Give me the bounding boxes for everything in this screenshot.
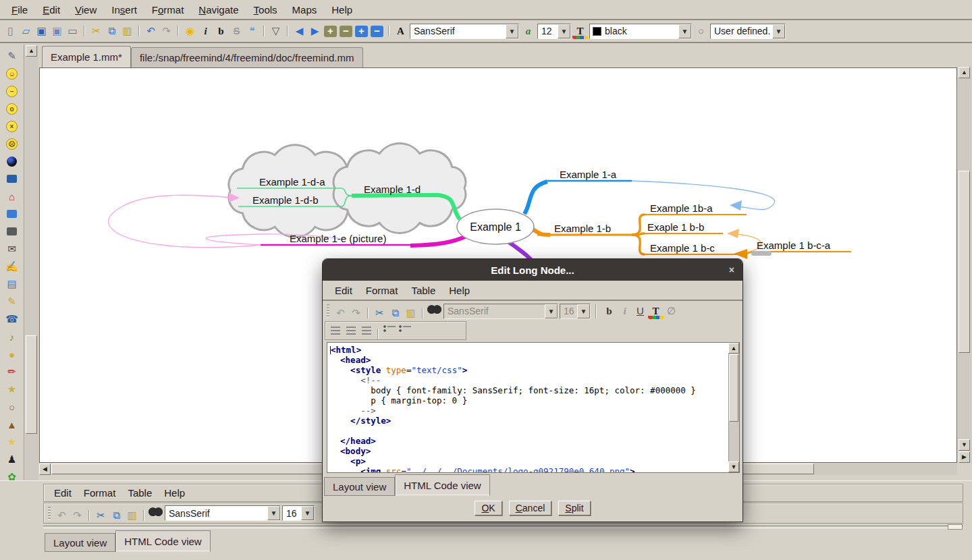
redo-icon[interactable]: ↷ <box>348 306 364 321</box>
menu-insert[interactable]: Insert <box>104 2 144 18</box>
code-scroll-down-icon[interactable]: ▼ <box>728 461 739 472</box>
font-color-icon[interactable]: T <box>648 304 664 319</box>
node-1b-label[interactable]: Example 1-b <box>554 223 611 234</box>
sidebar-scroll-thumb[interactable] <box>26 335 37 434</box>
splitter-handle[interactable] <box>948 524 963 530</box>
node-1bb-label[interactable]: Exaple 1 b-b <box>647 221 704 233</box>
html-code-text[interactable]: <html> <head> <style type="text/css"> <!… <box>328 343 728 472</box>
idea-icon[interactable]: ◉ <box>182 24 198 39</box>
node-color-icon[interactable]: T <box>572 24 588 39</box>
paste-icon[interactable]: ▥ <box>119 24 135 39</box>
bomb-icon[interactable] <box>3 152 21 170</box>
tab-html-code-view[interactable]: HTML Code view <box>395 474 489 496</box>
redo-icon[interactable]: ↷ <box>70 508 85 524</box>
phone-icon[interactable]: ☎ <box>3 310 21 328</box>
node-root-label[interactable]: Example 1 <box>470 221 521 233</box>
node-1da-label[interactable]: Example 1-d-a <box>259 176 325 188</box>
tab-file-snap-freemind-4-freemind-doc-freemind-mm[interactable]: file:/snap/freemind/4/freemind/doc/freem… <box>131 47 363 67</box>
cut-icon[interactable]: ✂ <box>88 24 104 39</box>
code-scroll-up-icon[interactable]: ▲ <box>728 343 739 354</box>
canvas-vscrollbar[interactable]: ▲ ▼ ▶ <box>958 66 971 463</box>
underline-icon[interactable]: U <box>632 304 648 319</box>
ok-button[interactable]: OK <box>475 501 502 515</box>
menu-edit[interactable]: Edit <box>328 283 359 298</box>
font-size-dropdown-icon[interactable]: ▼ <box>558 24 570 38</box>
sidebar-scroll-up-icon[interactable]: ▲ <box>26 45 37 57</box>
zoom-out-icon[interactable]: − <box>371 26 383 37</box>
wand-icon[interactable]: ★ <box>3 381 21 398</box>
canvas-scroll-up-icon[interactable]: ▲ <box>959 67 970 78</box>
node-1db-label[interactable]: Example 1-d-b <box>252 194 319 206</box>
note-font-size-dropdown-icon[interactable]: ▼ <box>301 506 314 520</box>
cloud-bubble-icon[interactable]: ❝ <box>244 24 260 39</box>
toolbar-gripper[interactable] <box>327 304 329 318</box>
dialog-font-size-dropdown-icon[interactable]: ▼ <box>577 304 590 318</box>
dialog-font-dropdown-icon[interactable]: ▼ <box>545 304 558 318</box>
split-button[interactable]: Split <box>558 501 590 515</box>
toolbar-gripper[interactable] <box>48 507 51 520</box>
code-scrollbar[interactable]: ▲ ▼ <box>728 343 739 472</box>
home-icon[interactable]: ⌂ <box>3 188 21 205</box>
undo-icon[interactable]: ↶ <box>143 24 159 39</box>
dialog-titlebar[interactable]: Edit Long Node... × <box>323 259 742 281</box>
align-left-icon[interactable] <box>327 322 343 337</box>
unfold-icon[interactable]: + <box>324 26 337 37</box>
open-map-icon[interactable]: ▱ <box>18 24 34 39</box>
node-color-dropdown-icon[interactable]: ▼ <box>678 24 691 38</box>
find-icon[interactable] <box>427 301 442 316</box>
smiley-oh-icon[interactable]: o <box>3 100 21 117</box>
menu-help[interactable]: Help <box>158 486 191 500</box>
menu-edit[interactable]: Edit <box>35 2 68 18</box>
node-1bca-label[interactable]: Example 1 b-c-a <box>757 240 831 251</box>
print-icon[interactable]: ▭ <box>65 24 80 39</box>
bullet-list-icon[interactable] <box>382 322 398 337</box>
paste-icon[interactable]: ▥ <box>403 306 418 321</box>
paste-icon[interactable]: ▥ <box>124 508 140 524</box>
menu-help[interactable]: Help <box>324 2 360 18</box>
italic-icon[interactable]: i <box>198 24 213 39</box>
menu-format[interactable]: Format <box>359 283 405 298</box>
envelope-icon[interactable]: ✉ <box>3 240 21 258</box>
menu-view[interactable]: View <box>68 2 104 18</box>
italic-icon[interactable]: i <box>617 304 632 319</box>
node-1bc-label[interactable]: Example 1 b-c <box>650 242 715 254</box>
star-icon[interactable]: ★ <box>3 433 21 451</box>
menu-format[interactable]: Format <box>144 2 192 18</box>
menu-navigate[interactable]: Navigate <box>191 2 246 18</box>
note-icon[interactable]: ✎ <box>3 293 21 310</box>
mailbox-icon[interactable] <box>3 223 21 240</box>
bold-icon[interactable]: b <box>601 304 617 319</box>
canvas-vscroll-thumb[interactable] <box>959 171 970 353</box>
copy-icon[interactable]: ⧉ <box>387 306 403 321</box>
list-icon[interactable]: ▤ <box>3 275 21 293</box>
smiley-happy-icon[interactable]: ☺ <box>3 65 21 82</box>
save-as-icon[interactable]: ▣ <box>49 24 65 39</box>
strikethrough-icon[interactable]: S <box>229 24 244 39</box>
undo-icon[interactable]: ↶ <box>333 306 348 321</box>
tab-layout-view[interactable]: Layout view <box>45 533 115 552</box>
menu-file[interactable]: File <box>4 2 35 18</box>
code-scroll-thumb[interactable] <box>729 354 738 422</box>
zoom-dropdown-icon[interactable]: ▼ <box>772 24 785 38</box>
fold-icon[interactable]: − <box>340 26 352 37</box>
menu-maps[interactable]: Maps <box>285 2 325 18</box>
cancel-button[interactable]: Cancel <box>509 501 552 515</box>
font-family-select[interactable]: SansSerif ▼ <box>410 24 519 39</box>
font-color-icon[interactable]: A <box>393 24 408 39</box>
magnifier-icon[interactable]: ○ <box>3 398 21 416</box>
folder-icon[interactable] <box>3 205 21 223</box>
font-size-increase-icon[interactable]: a <box>520 24 536 39</box>
music-icon[interactable]: ♪ <box>3 328 21 345</box>
note-font-family-select[interactable]: SansSerif ▼ <box>165 505 281 521</box>
dialog-close-icon[interactable]: × <box>729 259 734 281</box>
dialog-font-size-select[interactable]: 16 ▼ <box>560 304 591 319</box>
html-code-editor[interactable]: <html> <head> <style type="text/css"> <!… <box>327 342 740 473</box>
hand-sculpture-icon[interactable]: ✍ <box>3 258 21 275</box>
smiley-neutral-icon[interactable]: – <box>3 82 21 100</box>
node-1d-label[interactable]: Example 1-d <box>364 184 421 195</box>
canvas-scroll-left-icon[interactable]: ◀ <box>39 464 51 475</box>
bell-icon[interactable]: ▲ <box>3 416 21 433</box>
zoom-select[interactable]: User defined. ▼ <box>710 24 786 39</box>
undo-icon[interactable]: ↶ <box>54 508 70 524</box>
bold-icon[interactable]: b <box>213 24 229 39</box>
